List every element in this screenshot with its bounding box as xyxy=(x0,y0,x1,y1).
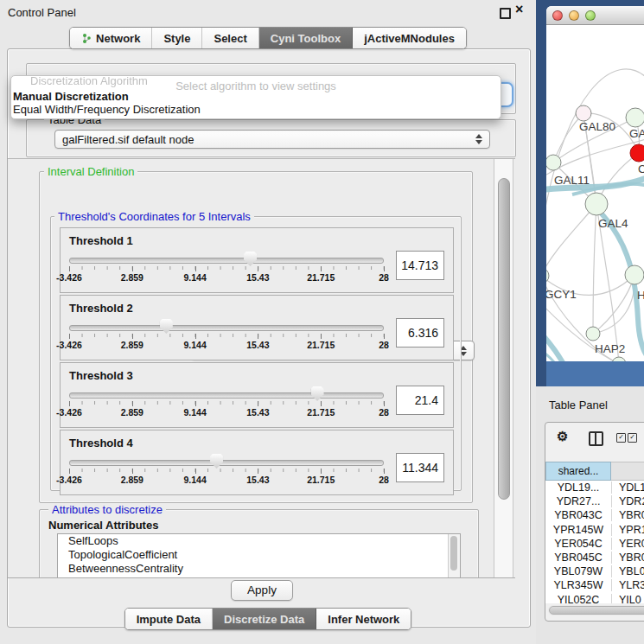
threshold-value-field[interactable]: 11.344 xyxy=(396,453,444,482)
tab-infer-network[interactable]: Infer Network xyxy=(316,609,411,629)
network-node-ga[interactable] xyxy=(626,108,644,127)
slider-track[interactable] xyxy=(69,258,384,264)
cell-name[interactable]: YBL0 xyxy=(612,565,644,577)
scrollbar-thumb[interactable] xyxy=(498,178,510,500)
slider-thumb-icon[interactable] xyxy=(244,252,257,266)
table-header[interactable]: shared... n xyxy=(545,462,644,481)
tab-network[interactable]: Network xyxy=(70,28,152,48)
slider-track[interactable] xyxy=(69,392,384,399)
cell-name[interactable]: YBR0 xyxy=(612,552,644,564)
tab-label: jActiveMNodules xyxy=(364,32,455,45)
network-icon xyxy=(81,33,92,44)
threshold-value-field[interactable]: 21.4 xyxy=(396,386,444,415)
menu-item-equal-width-frequency[interactable]: Equal Width/Frequency Discretization xyxy=(13,103,201,116)
threshold-label: Threshold 3 xyxy=(69,369,133,382)
cell-name[interactable]: YBR0 xyxy=(612,509,644,521)
network-edge[interactable] xyxy=(593,275,634,334)
network-node-c[interactable] xyxy=(630,144,644,162)
cell-shared-name[interactable]: YPR145W xyxy=(545,524,612,536)
numerical-attributes-list[interactable]: SelfLoopsTopologicalCoefficientBetweenne… xyxy=(57,533,461,578)
table-row[interactable]: YBR045CYBR0 xyxy=(545,551,644,564)
cell-name[interactable]: YLR3 xyxy=(612,579,644,591)
slider-thumb-icon[interactable] xyxy=(160,319,173,334)
tick-label: 9.144 xyxy=(183,407,206,418)
table-row[interactable]: YIL052CYIL0 xyxy=(545,593,644,604)
list-item[interactable]: SelfLoops xyxy=(58,534,460,548)
tab-label: Network xyxy=(96,32,140,45)
threshold-slider[interactable]: -3.4262.8599.14415.4321.71528 xyxy=(69,386,384,418)
tab-jactivemnodules[interactable]: jActiveMNodules xyxy=(353,28,466,48)
cell-name[interactable]: YIL0 xyxy=(612,594,641,603)
close-icon[interactable]: × xyxy=(515,2,523,17)
cell-shared-name[interactable]: YIL052C xyxy=(545,594,612,603)
network-edge[interactable] xyxy=(593,204,596,334)
table-hscrollbar[interactable] xyxy=(548,605,644,615)
hscrollbar-thumb[interactable] xyxy=(549,606,644,615)
cell-name[interactable]: YDR2 xyxy=(612,495,644,507)
table-row[interactable]: YER054CYER0 xyxy=(545,537,644,551)
cell-shared-name[interactable]: YDR27... xyxy=(545,495,612,507)
slider-thumb-icon[interactable] xyxy=(311,386,324,401)
tab-discretize-data[interactable]: Discretize Data xyxy=(213,609,316,629)
select-columns-icons[interactable]: ✓✓ xyxy=(616,433,637,443)
column-header-shared[interactable]: shared... xyxy=(545,462,611,481)
close-traffic-light-icon[interactable] xyxy=(552,10,563,21)
table-row[interactable]: YPR145WYPR1 xyxy=(545,523,644,537)
slider-track[interactable] xyxy=(69,460,384,466)
column-header-name[interactable]: n xyxy=(611,462,644,481)
gear-icon[interactable]: ⚙ xyxy=(557,429,568,444)
network-window-titlebar[interactable] xyxy=(546,6,644,25)
table-data-combo[interactable]: galFiltered.sif default node xyxy=(54,130,490,149)
threshold-value-field[interactable]: 14.713 xyxy=(396,251,444,280)
table-rows: YDL19...YDL1YDR27...YDR2YBR043CYBR0YPR14… xyxy=(545,481,644,603)
tab-select[interactable]: Select xyxy=(202,28,258,48)
table-row[interactable]: YLR345WYLR3 xyxy=(545,578,644,592)
cell-name[interactable]: YER0 xyxy=(612,538,644,550)
table-row[interactable]: YDR27...YDR2 xyxy=(545,494,644,508)
cell-shared-name[interactable]: YBL079W xyxy=(545,565,612,577)
threshold-slider[interactable]: -3.4262.8599.14415.4321.71528 xyxy=(69,318,384,350)
network-node-h[interactable] xyxy=(625,265,644,284)
cell-shared-name[interactable]: YBR045C xyxy=(545,552,612,564)
slider-thumb-icon[interactable] xyxy=(210,454,223,469)
settings-scrollbar[interactable] xyxy=(494,159,513,577)
tab-cyni-toolbox[interactable]: Cyni Toolbox xyxy=(259,28,353,48)
tick-label: 2.859 xyxy=(121,475,143,485)
node-label: GCY1 xyxy=(546,288,577,301)
network-edge[interactable] xyxy=(546,204,596,276)
cell-shared-name[interactable]: YER054C xyxy=(545,538,612,550)
minimize-traffic-light-icon[interactable] xyxy=(569,10,579,21)
thresholds-group: Threshold's Coordinates for 5 Intervals … xyxy=(50,216,462,491)
list-scrollbar[interactable] xyxy=(448,534,460,578)
threshold-slider[interactable]: -3.4262.8599.14415.4321.71528 xyxy=(69,453,384,485)
tab-style[interactable]: Style xyxy=(152,28,202,48)
table-row[interactable]: YBL079WYBL0 xyxy=(545,564,644,578)
cell-shared-name[interactable]: YBR043C xyxy=(545,509,612,521)
cell-shared-name[interactable]: YDL19... xyxy=(545,481,612,494)
float-window-icon[interactable] xyxy=(500,8,511,19)
columns-icon[interactable] xyxy=(589,431,603,446)
list-item[interactable]: TopologicalCoefficient xyxy=(58,548,460,562)
numerical-attributes-label: Numerical Attributes xyxy=(48,519,158,532)
table-row[interactable]: YBR043CYBR0 xyxy=(545,508,644,522)
network-node-gal4[interactable] xyxy=(585,193,608,215)
apply-button[interactable]: Apply xyxy=(231,580,293,601)
slider-track[interactable] xyxy=(69,325,384,331)
network-canvas[interactable]: GAL80GACGAL11GAL4GCY1HHAP2 xyxy=(546,25,644,361)
cell-name[interactable]: YPR1 xyxy=(612,524,644,536)
threshold-value-field[interactable]: 6.316 xyxy=(396,318,444,348)
network-node-hap2[interactable] xyxy=(586,327,600,341)
threshold-slider[interactable]: -3.4262.8599.14415.4321.71528 xyxy=(69,251,384,283)
list-item[interactable]: BetweennessCentrality xyxy=(58,562,460,576)
tick-label: -3.426 xyxy=(56,272,82,283)
tick-label: -3.426 xyxy=(56,340,82,350)
network-node-gal11[interactable] xyxy=(546,155,561,170)
network-node-gal80[interactable] xyxy=(576,105,591,121)
tick-label: 21.715 xyxy=(307,272,335,283)
cell-name[interactable]: YDL1 xyxy=(612,481,644,494)
menu-item-manual-discretization[interactable]: Manual Discretization xyxy=(13,90,129,103)
cell-shared-name[interactable]: YLR345W xyxy=(545,579,612,591)
tab-impute-data[interactable]: Impute Data xyxy=(125,609,213,629)
zoom-traffic-light-icon[interactable] xyxy=(585,10,596,21)
table-row[interactable]: YDL19...YDL1 xyxy=(545,481,644,494)
